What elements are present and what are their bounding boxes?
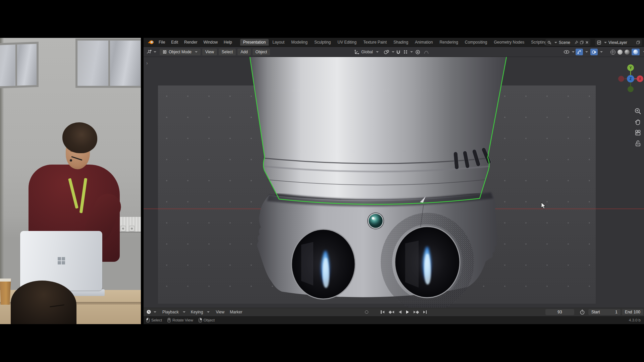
tab-presentation[interactable]: Presentation <box>240 39 269 46</box>
orientation-dropdown[interactable]: Global <box>354 49 379 55</box>
hint-object: Object <box>204 318 215 322</box>
scene-selector[interactable]: Scene <box>545 39 590 46</box>
rocket-upper-body <box>250 57 506 204</box>
rocket-model[interactable] <box>237 57 519 308</box>
menu-window[interactable]: Window <box>200 40 221 45</box>
tab-shading[interactable]: Shading <box>390 39 411 46</box>
orientation-label: Global <box>361 50 373 54</box>
overlays-toggle-icon <box>592 50 597 54</box>
menu-playback[interactable]: Playback <box>160 310 181 314</box>
menu-render[interactable]: Render <box>181 40 200 45</box>
material-sphere-icon[interactable] <box>625 50 630 55</box>
headset-mic-tip <box>70 159 72 162</box>
gizmo-label-z: Z <box>630 77 632 81</box>
chevron-down-icon <box>183 311 185 313</box>
right-mouse-icon <box>199 318 202 322</box>
blender-topbar: File Edit Render Window Help Presentatio… <box>144 38 644 47</box>
camera-icon[interactable] <box>634 129 642 137</box>
tab-texture-paint[interactable]: Texture Paint <box>360 39 390 46</box>
end-value: 100 <box>634 310 640 314</box>
blender-logo-icon[interactable] <box>148 40 154 45</box>
stream-frame: File Edit Render Window Help Presentatio… <box>0 0 644 362</box>
tab-layout[interactable]: Layout <box>269 39 287 46</box>
gizmo-axis-x-negative[interactable] <box>618 76 624 82</box>
jump-to-start-button[interactable] <box>381 310 384 314</box>
navigation-gizmo[interactable]: Y Z X <box>617 64 644 95</box>
mode-dropdown[interactable]: Object Mode <box>160 49 201 55</box>
menu-object[interactable]: Object <box>253 49 270 55</box>
middle-mouse-icon <box>167 318 171 322</box>
eye-icon <box>564 50 570 54</box>
tab-compositing[interactable]: Compositing <box>462 39 490 46</box>
chevron-down-icon <box>585 51 588 53</box>
view-layer-selector[interactable]: ViewLayer <box>595 39 642 46</box>
view-layer-icon <box>597 41 601 45</box>
zoom-icon[interactable] <box>634 107 642 115</box>
rendered-sphere-button[interactable] <box>632 49 640 55</box>
hint-select: Select <box>151 318 162 322</box>
next-keyframe-button[interactable] <box>414 311 419 313</box>
pivot-point-icon <box>384 50 389 55</box>
tab-geometry-nodes[interactable]: Geometry Nodes <box>491 39 528 46</box>
start-frame-field[interactable]: Start 1 <box>588 309 621 315</box>
end-label: End <box>625 310 632 314</box>
menu-view[interactable]: View <box>213 310 227 314</box>
new-scene-icon[interactable] <box>580 41 584 44</box>
tab-rendering[interactable]: Rendering <box>436 39 461 46</box>
solid-sphere-icon[interactable] <box>618 50 623 55</box>
menu-file[interactable]: File <box>156 40 168 45</box>
timeline-editor-type-button[interactable] <box>146 309 156 314</box>
tab-modeling[interactable]: Modeling <box>288 39 311 46</box>
pan-hand-icon[interactable] <box>634 118 642 126</box>
end-frame-field[interactable]: End 100 <box>622 309 643 315</box>
menu-edit[interactable]: Edit <box>168 40 181 45</box>
toolbar-collapse-arrow[interactable]: › <box>146 60 148 66</box>
snap-with-dropdown[interactable] <box>403 50 413 54</box>
timeline-header: Playback Keying View Marker 93 Start 1 <box>144 308 644 316</box>
proportional-editing-toggle[interactable] <box>414 49 421 55</box>
snap-toggle[interactable] <box>396 50 401 55</box>
play-button[interactable] <box>406 310 409 314</box>
menu-view[interactable]: View <box>202 49 217 55</box>
menu-select[interactable]: Select <box>219 49 236 55</box>
menu-keying[interactable]: Keying <box>188 310 206 314</box>
blender-window: File Edit Render Window Help Presentatio… <box>144 38 644 324</box>
proportional-editing-icon <box>415 50 420 55</box>
chevron-down-icon <box>376 51 379 53</box>
gizmo-toggle[interactable] <box>576 49 583 55</box>
visibility-dropdown[interactable] <box>564 50 575 54</box>
preview-range-icon[interactable] <box>365 310 368 314</box>
pin-icon[interactable] <box>575 41 578 44</box>
tab-uv-editing[interactable]: UV Editing <box>334 39 360 46</box>
transform-orientation-icon <box>354 49 360 55</box>
tab-sculpting[interactable]: Sculpting <box>311 39 334 46</box>
wireframe-sphere-icon[interactable] <box>610 50 615 55</box>
menu-add[interactable]: Add <box>237 49 251 55</box>
menu-marker[interactable]: Marker <box>227 310 245 314</box>
lock-icon[interactable] <box>634 139 642 147</box>
scene-icon <box>547 41 551 45</box>
falloff-curve-icon <box>424 50 429 54</box>
editor-type-button[interactable] <box>146 49 156 55</box>
copy-layer-icon[interactable] <box>636 41 640 44</box>
dome-sensor <box>368 214 383 228</box>
pivot-dropdown[interactable] <box>384 50 394 55</box>
object-mode-icon <box>163 50 167 54</box>
window-left <box>0 42 39 88</box>
start-value: 1 <box>615 310 618 314</box>
previous-keyframe-button[interactable] <box>389 311 394 313</box>
gizmo-axis-y-negative[interactable] <box>628 86 634 92</box>
tab-animation[interactable]: Animation <box>412 39 436 46</box>
current-frame-value: 93 <box>557 310 562 314</box>
play-reverse-button[interactable] <box>399 310 401 314</box>
current-frame-field[interactable]: 93 <box>545 309 574 315</box>
start-label: Start <box>591 310 600 314</box>
falloff-dropdown[interactable] <box>423 49 430 55</box>
chevron-down-icon <box>195 51 198 53</box>
jump-to-end-button[interactable] <box>423 310 427 314</box>
close-icon[interactable] <box>585 41 588 44</box>
menu-help[interactable]: Help <box>221 40 235 45</box>
stopwatch-icon[interactable] <box>580 309 585 315</box>
overlays-toggle[interactable] <box>590 49 598 55</box>
viewport-3d[interactable]: › <box>144 57 644 308</box>
